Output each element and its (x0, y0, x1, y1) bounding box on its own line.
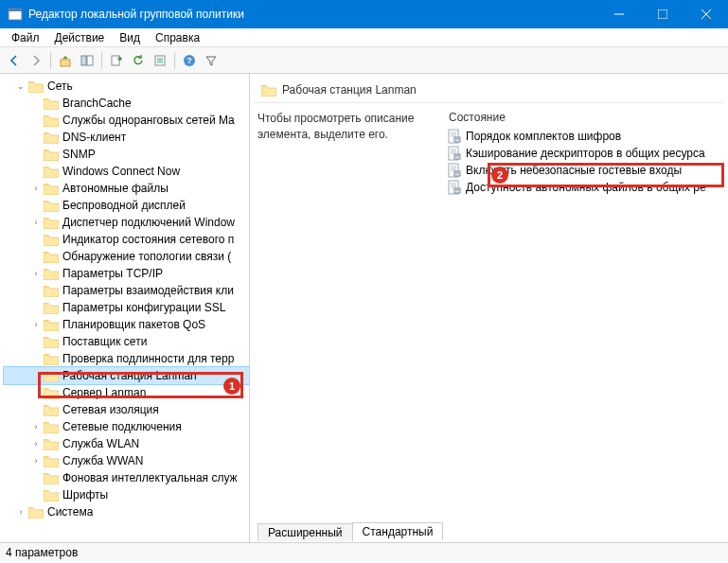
help-button[interactable]: ? (179, 50, 200, 71)
tree-node[interactable]: BranchCache (4, 95, 249, 112)
show-hide-tree-button[interactable] (77, 50, 98, 71)
svg-rect-6 (61, 60, 70, 66)
menu-view[interactable]: Вид (112, 29, 148, 46)
tree-label: Параметры взаимодействия кли (62, 284, 234, 297)
tree-node[interactable]: Поставщик сети (4, 333, 249, 350)
tab-standard[interactable]: Стандартный (352, 522, 444, 540)
properties-button[interactable] (150, 50, 170, 71)
menu-action[interactable]: Действие (47, 29, 113, 46)
folder-icon (44, 353, 59, 365)
toolbar-separator (101, 52, 102, 69)
tree-node[interactable]: Параметры взаимодействия кли (4, 282, 249, 299)
setting-item[interactable]: Включить небезопасные гостевые входы (447, 162, 720, 179)
menubar: Файл Действие Вид Справка (0, 28, 728, 47)
svg-rect-8 (87, 56, 93, 65)
policy-icon (447, 163, 462, 178)
tree-label: Обнаружение топологии связи ( (62, 250, 231, 263)
tree-label: Windows Connect Now (62, 165, 180, 178)
content-area: ⌄ Сеть BranchCacheСлужбы одноранговых се… (0, 74, 728, 542)
tree-node[interactable]: Беспроводной дисплей (4, 197, 249, 214)
tree-node[interactable]: Службы одноранговых сетей Ма (4, 112, 249, 129)
svg-text:?: ? (186, 56, 192, 65)
setting-item[interactable]: Кэширование дескрипторов в общих ресурса (447, 145, 720, 162)
expand-icon[interactable]: › (30, 455, 42, 466)
tree-node[interactable]: DNS-клиент (4, 129, 249, 146)
tree-label: Шрифты (62, 488, 108, 501)
maximize-button[interactable] (641, 0, 684, 28)
tree-label: Сетевая изоляция (62, 403, 159, 416)
folder-icon (44, 302, 59, 314)
expand-icon[interactable]: › (30, 319, 42, 330)
folder-icon (44, 97, 59, 110)
tree-node-network[interactable]: ⌄ Сеть (4, 78, 249, 95)
tree-node[interactable]: ›Автономные файлы (4, 180, 249, 197)
menu-help[interactable]: Справка (148, 29, 207, 46)
expand-icon[interactable]: › (30, 268, 42, 279)
titlebar: Редактор локальной групповой политики (0, 0, 728, 28)
tree-node[interactable]: Рабочая станция Lanman (4, 367, 249, 384)
tree-node[interactable]: Сервер Lanman (4, 384, 249, 401)
tree-pane: ⌄ Сеть BranchCacheСлужбы одноранговых се… (0, 74, 250, 542)
window-title: Редактор локальной групповой политики (28, 8, 597, 21)
setting-item[interactable]: Порядок комплектов шифров (447, 128, 720, 145)
toolbar-separator (50, 52, 51, 69)
tree-node[interactable]: ›Диспетчер подключений Window (4, 214, 249, 231)
settings-list: Состояние Порядок комплектов шифровКэшир… (447, 111, 720, 312)
folder-icon (44, 370, 59, 382)
tree-node[interactable]: ›Служба WLAN (4, 435, 249, 452)
tree-node-system[interactable]: › Система (4, 503, 249, 520)
tree-node[interactable]: Проверка подлинности для терр (4, 350, 249, 367)
folder-icon (44, 472, 59, 484)
folder-icon (44, 251, 59, 263)
tree-node[interactable]: Шрифты (4, 486, 249, 503)
tree-node[interactable]: Фоновая интеллектуальная служ (4, 469, 249, 486)
tree-node[interactable]: ›Планировщик пакетов QoS (4, 316, 249, 333)
tree-label: Сервер Lanman (62, 386, 146, 399)
detail-tabs: Расширенный Стандартный (250, 521, 728, 542)
folder-icon (44, 438, 59, 450)
up-button[interactable] (55, 50, 76, 71)
expand-icon[interactable]: › (30, 217, 42, 228)
tree-node[interactable]: Обнаружение топологии связи ( (4, 248, 249, 265)
toolbar-separator (174, 52, 175, 69)
folder-icon (44, 489, 59, 501)
close-button[interactable] (684, 0, 728, 28)
tree-label: Параметры TCP/IP (62, 267, 163, 280)
tree-node[interactable]: ›Служба WWAN (4, 452, 249, 469)
tree-node[interactable]: Windows Connect Now (4, 163, 249, 180)
tree-node[interactable]: SNMP (4, 146, 249, 163)
detail-heading: Рабочая станция Lanman (282, 83, 417, 97)
filter-button[interactable] (201, 50, 222, 71)
forward-button[interactable] (26, 50, 46, 71)
column-header-state[interactable]: Состояние (447, 111, 720, 124)
tree-label: BranchCache (62, 97, 132, 110)
tree-label: Служба WLAN (62, 437, 139, 450)
detail-description: Чтобы просмотреть описание элемента, выд… (257, 111, 447, 312)
tree-label: Сеть (47, 79, 73, 93)
collapse-icon[interactable]: ⌄ (15, 80, 27, 92)
folder-icon (44, 455, 59, 467)
tree-label: Фоновая интеллектуальная служ (62, 471, 238, 484)
tree-node[interactable]: ›Сетевые подключения (4, 418, 249, 435)
back-button[interactable] (4, 50, 25, 71)
nav-tree[interactable]: ⌄ Сеть BranchCacheСлужбы одноранговых се… (0, 76, 249, 522)
tree-node[interactable]: ›Параметры TCP/IP (4, 265, 249, 282)
statusbar: 4 параметров (0, 542, 728, 561)
tree-label: Сетевые подключения (62, 420, 182, 433)
tree-node[interactable]: Индикатор состояния сетевого п (4, 231, 249, 248)
tree-label: DNS-клиент (62, 131, 126, 144)
expand-icon[interactable]: › (30, 438, 42, 449)
setting-item[interactable]: Доступность автономных файлов в общих ре (447, 179, 720, 196)
tree-node[interactable]: Сетевая изоляция (4, 401, 249, 418)
tree-node[interactable]: Параметры конфигурации SSL (4, 299, 249, 316)
refresh-button[interactable] (128, 50, 149, 71)
tree-label: Беспроводной дисплей (62, 199, 186, 212)
expand-icon[interactable]: › (30, 421, 42, 432)
menu-file[interactable]: Файл (4, 29, 47, 46)
expand-icon[interactable]: › (15, 506, 27, 518)
tab-extended[interactable]: Расширенный (257, 523, 353, 541)
minimize-button[interactable] (597, 0, 641, 28)
expand-icon[interactable]: › (30, 183, 42, 194)
app-icon (8, 7, 23, 22)
export-button[interactable] (106, 50, 127, 71)
